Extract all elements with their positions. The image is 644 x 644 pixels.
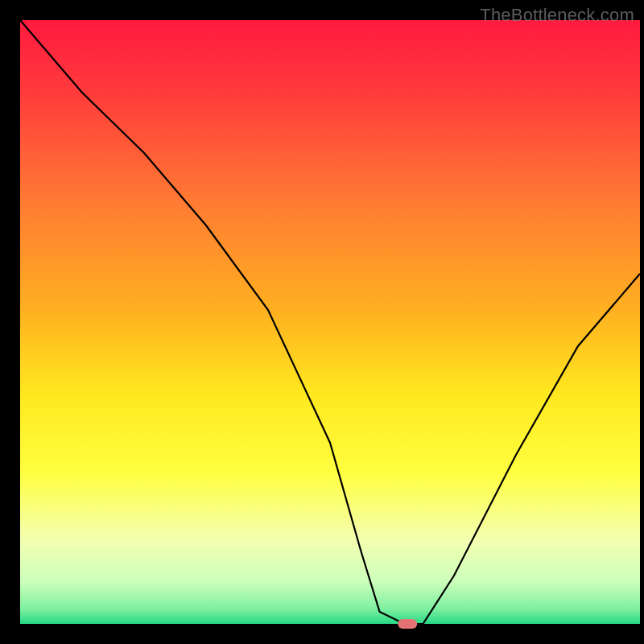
optimal-point-marker xyxy=(398,619,417,629)
chart-container: TheBottleneck.com xyxy=(0,0,644,644)
watermark-label: TheBottleneck.com xyxy=(480,5,634,26)
plot-background xyxy=(20,20,640,624)
bottleneck-chart xyxy=(0,0,644,644)
